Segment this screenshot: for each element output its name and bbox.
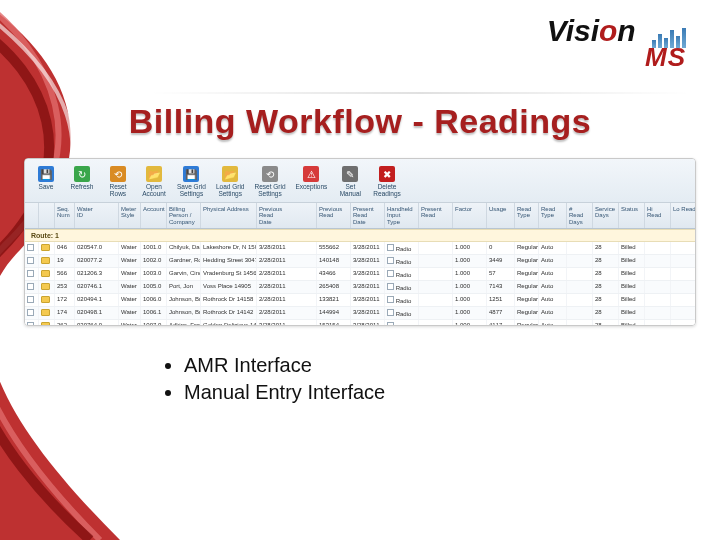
cell-rtype2: Auto [539, 320, 567, 326]
column-header[interactable]: Read Type [515, 203, 539, 228]
cell-prev: 555662 [317, 242, 351, 254]
cell-status: Billed [619, 320, 645, 326]
cell-addr: Lakeshore Dr, N 15089 [201, 242, 257, 254]
cell-hh: Radio [385, 307, 419, 319]
toolbar-loadgrid-button[interactable]: 📂Load Grid Settings [212, 163, 249, 200]
cell-style: Water [119, 242, 141, 254]
logo-n: n [617, 14, 635, 47]
cell-factor: 1.000 [453, 307, 487, 319]
cell-person: Adkins, Frank [167, 320, 201, 326]
cell-prevdate: 3/28/2011 [257, 242, 317, 254]
loadgrid-icon: 📂 [222, 166, 238, 182]
cell-usage: 1251 [487, 294, 515, 306]
row-checkbox[interactable] [27, 257, 34, 264]
cell-acct: 1006.1 [141, 307, 167, 319]
handheld-checkbox[interactable] [387, 296, 394, 303]
cell-pres [419, 242, 453, 254]
toolbar-exceptions-button[interactable]: ⚠Exceptions [292, 163, 332, 200]
open-account-icon: 📂 [146, 166, 162, 182]
row-checkbox[interactable] [27, 283, 34, 290]
table-row[interactable]: 262020764.0Water1007.0Adkins, FrankGolde… [25, 320, 695, 326]
toolbar-refresh-button[interactable]: ↻Refresh [65, 163, 99, 200]
column-header[interactable]: Service Days [593, 203, 619, 228]
cell-hi [645, 320, 671, 326]
handheld-checkbox[interactable] [387, 270, 394, 277]
cell-lo [671, 255, 696, 267]
row-checkbox[interactable] [27, 296, 34, 303]
toolbar-open-account-button[interactable]: 📂Open Account [137, 163, 171, 200]
cell-addr: Vradenburg St 14567 [201, 268, 257, 280]
table-row[interactable]: 253020746.1Water1005.0Port, JonVoss Plac… [25, 281, 695, 294]
cell-lo [671, 268, 696, 280]
handheld-checkbox[interactable] [387, 257, 394, 264]
cell-person: Johnson, Brady [167, 307, 201, 319]
delete-readings-icon: ✖ [379, 166, 395, 182]
column-header[interactable] [25, 203, 39, 228]
cell-svc: 28 [593, 320, 619, 326]
column-header[interactable]: Water ID [75, 203, 119, 228]
cell-seq: 253 [55, 281, 75, 293]
column-header[interactable]: Previous Read [317, 203, 351, 228]
cell-presdate: 3/28/2011 [351, 307, 385, 319]
column-header[interactable]: Seq. Num [55, 203, 75, 228]
column-header[interactable]: Billing Person / Company [167, 203, 201, 228]
toolbar-delete-readings-button[interactable]: ✖Delete Readings [369, 163, 404, 200]
cell-person: Garvin, Cindy [167, 268, 201, 280]
cell-factor: 1.000 [453, 281, 487, 293]
row-checkbox[interactable] [27, 309, 34, 316]
cell-prevdate: 2/28/2011 [257, 268, 317, 280]
toolbar-reset-rows-button[interactable]: ⟲Reset Rows [101, 163, 135, 200]
cell-blank [39, 281, 55, 293]
column-header[interactable]: Usage [487, 203, 515, 228]
cell-water: 020746.1 [75, 281, 119, 293]
column-header[interactable] [39, 203, 55, 228]
column-header[interactable]: Hi Read [645, 203, 671, 228]
cell-water: 020077.2 [75, 255, 119, 267]
column-header[interactable]: Account [141, 203, 167, 228]
cell-presdate: 3/28/2011 [351, 294, 385, 306]
folder-icon [41, 296, 50, 303]
row-checkbox[interactable] [27, 270, 34, 277]
table-row[interactable]: 19020077.2Water1002.0Gardner, Roger & Su… [25, 255, 695, 268]
handheld-checkbox[interactable] [387, 322, 394, 326]
cell-acct: 1002.0 [141, 255, 167, 267]
table-row[interactable]: 172020494.1Water1006.0Johnson, BradyRoth… [25, 294, 695, 307]
column-header[interactable]: Status [619, 203, 645, 228]
cell-days [567, 307, 593, 319]
column-header[interactable]: Previous Read Date [257, 203, 317, 228]
cell-hh: Radio [385, 294, 419, 306]
cell-hh: Radio [385, 268, 419, 280]
cell-usage: 4117 [487, 320, 515, 326]
column-header[interactable]: Factor [453, 203, 487, 228]
row-checkbox[interactable] [27, 322, 34, 326]
column-header[interactable]: Physical Address [201, 203, 257, 228]
toolbar-savegrid-button[interactable]: 💾Save Grid Settings [173, 163, 210, 200]
cell-acct: 1007.0 [141, 320, 167, 326]
row-checkbox[interactable] [27, 244, 34, 251]
toolbar-save-button[interactable]: 💾Save [29, 163, 63, 200]
handheld-checkbox[interactable] [387, 244, 394, 251]
column-header[interactable]: Present Read Date [351, 203, 385, 228]
cell-hh: Radio [385, 281, 419, 293]
cell-blank [25, 294, 39, 306]
handheld-checkbox[interactable] [387, 309, 394, 316]
cell-presdate: 3/28/2011 [351, 268, 385, 280]
table-row[interactable]: 174020498.1Water1006.1Johnson, BradyRoth… [25, 307, 695, 320]
column-header[interactable]: Handheld Input Type [385, 203, 419, 228]
cell-blank [39, 255, 55, 267]
cell-pres [419, 294, 453, 306]
cell-addr: Rothrock Dr 14158 [201, 294, 257, 306]
cell-seq: 262 [55, 320, 75, 326]
slide: Vision MS Billing Workflow - Readings 💾S… [0, 0, 720, 540]
toolbar-set-manual-button[interactable]: ✎Set Manual [333, 163, 367, 200]
toolbar-resetgrid-button[interactable]: ⟲Reset Grid Settings [250, 163, 289, 200]
column-header[interactable]: Lo Read [671, 203, 696, 228]
table-row[interactable]: 046020547.0Water1001.0Chilyuk, Dan & Ana… [25, 242, 695, 255]
column-header[interactable]: # Read Days [567, 203, 593, 228]
column-header[interactable]: Meter Style [119, 203, 141, 228]
handheld-checkbox[interactable] [387, 283, 394, 290]
column-header[interactable]: Present Read [419, 203, 453, 228]
column-header[interactable]: Read Type [539, 203, 567, 228]
table-row[interactable]: 566021206.3Water1003.0Garvin, CindyVrade… [25, 268, 695, 281]
cell-prevdate: 2/28/2011 [257, 294, 317, 306]
